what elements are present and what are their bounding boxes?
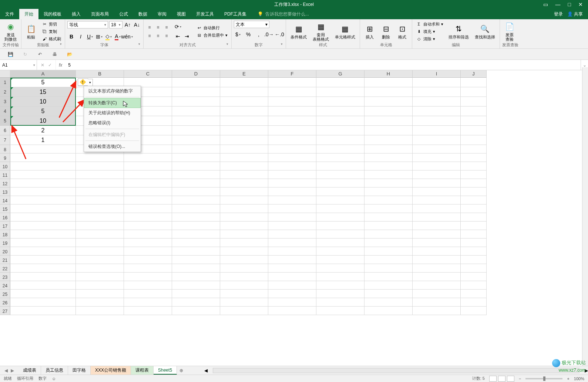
cell-F27[interactable] bbox=[268, 307, 316, 315]
cell-B12[interactable] bbox=[76, 179, 124, 187]
cell-A12[interactable] bbox=[10, 179, 76, 187]
cell-I22[interactable] bbox=[413, 264, 461, 273]
cell-F17[interactable] bbox=[268, 222, 316, 230]
cell-D14[interactable] bbox=[172, 196, 220, 204]
cell-D11[interactable] bbox=[172, 170, 220, 179]
cell-E15[interactable] bbox=[220, 204, 268, 213]
cell-F23[interactable] bbox=[268, 273, 316, 281]
cell-J6[interactable] bbox=[461, 126, 487, 135]
cell-A3[interactable]: 10 bbox=[10, 97, 76, 107]
cell-F25[interactable] bbox=[268, 290, 316, 298]
format-cells-button[interactable]: ⊡格式 bbox=[395, 23, 410, 40]
cell-C14[interactable] bbox=[124, 196, 172, 204]
tab-insert[interactable]: 插入 bbox=[67, 9, 86, 19]
cell-B17[interactable] bbox=[76, 222, 124, 230]
save-icon[interactable]: 💾 bbox=[7, 51, 14, 58]
cell-J11[interactable] bbox=[461, 170, 487, 179]
cell-E19[interactable] bbox=[220, 239, 268, 247]
accounting-format-icon[interactable]: $ bbox=[234, 30, 242, 38]
cell-F21[interactable] bbox=[268, 256, 316, 264]
cell-D4[interactable] bbox=[172, 107, 220, 116]
row-header-14[interactable]: 14 bbox=[0, 196, 10, 204]
cell-A8[interactable] bbox=[10, 145, 76, 153]
cell-I17[interactable] bbox=[413, 222, 461, 230]
cell-F10[interactable] bbox=[268, 162, 316, 170]
zoom-slider[interactable] bbox=[525, 378, 562, 379]
copy-button[interactable]: ⿻复制 bbox=[40, 28, 63, 35]
cell-H27[interactable] bbox=[364, 307, 413, 315]
cell-D1[interactable] bbox=[172, 78, 220, 87]
row-header-3[interactable]: 3 bbox=[0, 97, 10, 107]
cell-D17[interactable] bbox=[172, 222, 220, 230]
cell-E11[interactable] bbox=[220, 170, 268, 179]
cell-H1[interactable] bbox=[364, 78, 413, 87]
cell-E1[interactable] bbox=[220, 78, 268, 87]
cell-D22[interactable] bbox=[172, 264, 220, 273]
ribbon-display-icon[interactable]: ▭ bbox=[543, 1, 548, 7]
cell-F4[interactable] bbox=[268, 107, 316, 116]
fill-color-button[interactable]: ◇ bbox=[104, 33, 112, 41]
cell-J14[interactable] bbox=[461, 196, 487, 204]
cell-C17[interactable] bbox=[124, 222, 172, 230]
cell-D3[interactable] bbox=[172, 97, 220, 107]
cell-B13[interactable] bbox=[76, 187, 124, 196]
cell-G21[interactable] bbox=[316, 256, 364, 264]
cell-H3[interactable] bbox=[364, 97, 413, 107]
cell-H20[interactable] bbox=[364, 247, 413, 256]
row-header-24[interactable]: 24 bbox=[0, 281, 10, 290]
cell-J27[interactable] bbox=[461, 307, 487, 315]
cell-E23[interactable] bbox=[220, 273, 268, 281]
font-color-button[interactable]: A bbox=[114, 33, 122, 41]
cell-B9[interactable] bbox=[76, 153, 124, 162]
cell-F13[interactable] bbox=[268, 187, 316, 196]
sheet-tab-3[interactable]: XXX公司销售额 bbox=[91, 366, 131, 375]
cell-J7[interactable] bbox=[461, 135, 487, 145]
cell-J4[interactable] bbox=[461, 107, 487, 116]
cell-G26[interactable] bbox=[316, 298, 364, 307]
row-header-22[interactable]: 22 bbox=[0, 264, 10, 273]
minimize-icon[interactable]: — bbox=[555, 1, 561, 7]
decrease-font-icon[interactable]: A↓ bbox=[133, 21, 141, 29]
cell-H22[interactable] bbox=[364, 264, 413, 273]
comma-format-icon[interactable]: , bbox=[255, 30, 263, 38]
align-right-icon[interactable]: ≡ bbox=[163, 32, 170, 40]
font-name-combo[interactable]: 等线▾ bbox=[67, 21, 108, 28]
page-layout-view-icon[interactable] bbox=[498, 376, 505, 382]
cell-J1[interactable] bbox=[461, 78, 487, 87]
autosum-button[interactable]: Σ自动求和 ▾ bbox=[414, 21, 445, 27]
fx-icon[interactable]: fx bbox=[56, 62, 65, 68]
cell-J16[interactable] bbox=[461, 213, 487, 222]
vertical-scrollbar[interactable] bbox=[582, 67, 588, 366]
cell-I15[interactable] bbox=[413, 204, 461, 213]
cell-G24[interactable] bbox=[316, 281, 364, 290]
cell-G11[interactable] bbox=[316, 170, 364, 179]
cell-H5[interactable] bbox=[364, 116, 413, 126]
cell-D13[interactable] bbox=[172, 187, 220, 196]
cell-J23[interactable] bbox=[461, 273, 487, 281]
zoom-in-icon[interactable]: + bbox=[567, 376, 569, 381]
cell-G9[interactable] bbox=[316, 153, 364, 162]
column-header-A[interactable]: A bbox=[10, 70, 76, 78]
cell-B16[interactable] bbox=[76, 213, 124, 222]
cell-E6[interactable] bbox=[220, 126, 268, 135]
cell-B27[interactable] bbox=[76, 307, 124, 315]
sheet-nav-prev-icon[interactable]: ◀ bbox=[4, 368, 8, 373]
share-button[interactable]: 👤 共享 bbox=[567, 11, 583, 17]
cell-E9[interactable] bbox=[220, 153, 268, 162]
cell-I11[interactable] bbox=[413, 170, 461, 179]
cell-E10[interactable] bbox=[220, 162, 268, 170]
cell-E16[interactable] bbox=[220, 213, 268, 222]
error-menu-item-3[interactable]: 忽略错误(I) bbox=[84, 118, 141, 128]
tab-review[interactable]: 审阅 bbox=[152, 9, 172, 19]
cell-H6[interactable] bbox=[364, 126, 413, 135]
cell-E14[interactable] bbox=[220, 196, 268, 204]
cell-E25[interactable] bbox=[220, 290, 268, 298]
cell-A2[interactable]: 15 bbox=[10, 87, 76, 97]
cell-A22[interactable] bbox=[10, 264, 76, 273]
cell-I27[interactable] bbox=[413, 307, 461, 315]
cell-B23[interactable] bbox=[76, 273, 124, 281]
row-header-19[interactable]: 19 bbox=[0, 239, 10, 247]
cut-button[interactable]: ✂剪切 bbox=[40, 21, 63, 27]
cell-J15[interactable] bbox=[461, 204, 487, 213]
format-painter-button[interactable]: 🖌格式刷 bbox=[40, 36, 63, 42]
